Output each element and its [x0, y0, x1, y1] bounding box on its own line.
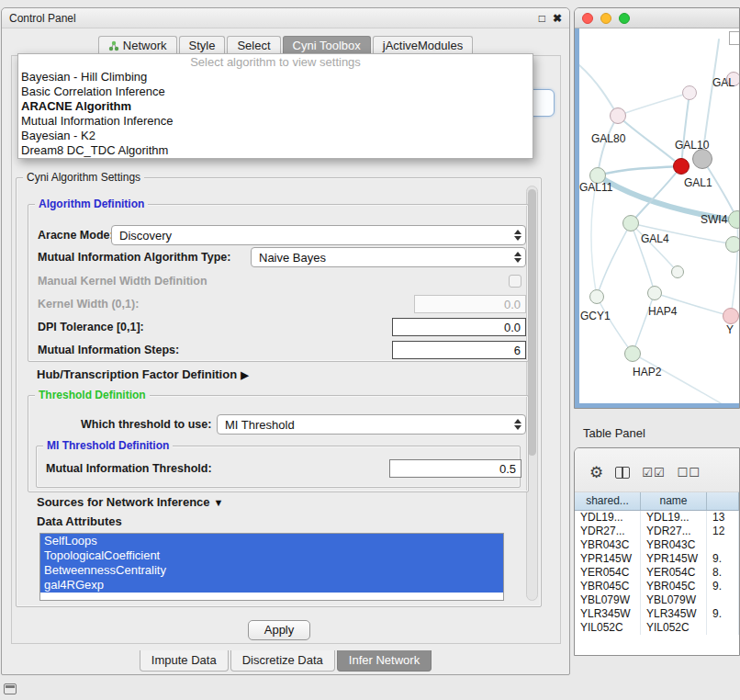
table-row[interactable]: YER054C YER054C 8. — [575, 566, 739, 580]
list-item[interactable]: TopologicalCoefficient — [40, 548, 503, 563]
columns-icon[interactable] — [615, 467, 630, 479]
tab-jactivemodules-label: jActiveModules — [383, 39, 463, 52]
table-row[interactable]: YBR045C YBR045C 9. — [575, 580, 739, 593]
network-node[interactable] — [725, 236, 739, 253]
column-header-extra[interactable] — [707, 492, 739, 510]
settings-scrollbar-thumb[interactable] — [528, 189, 536, 456]
column-header-shared-name[interactable]: shared... — [575, 492, 641, 510]
mi-type-select[interactable]: Naive Bayes — [251, 247, 526, 267]
dropdown-item-selected[interactable]: ARACNE Algorithm — [18, 99, 533, 114]
network-node[interactable] — [589, 289, 604, 304]
tab-network[interactable]: Network — [98, 36, 177, 55]
table-row[interactable]: YBL079W YBL079W — [575, 593, 739, 607]
sources-section-label: Sources for Network Inference — [37, 495, 210, 509]
minimize-traffic-light[interactable] — [600, 13, 611, 24]
tab-impute-data[interactable]: Impute Data — [140, 650, 229, 672]
cell: 9. — [707, 580, 739, 593]
hub-section-label: Hub/Transcription Factor Definition — [37, 367, 237, 381]
combo-arrows-icon — [514, 230, 521, 241]
node-label: HAP2 — [633, 366, 661, 378]
network-window-titlebar[interactable] — [575, 8, 739, 28]
tab-jactivemodules[interactable]: jActiveModules — [373, 36, 473, 55]
node-label: SWI4 — [701, 213, 727, 226]
which-threshold-label: Which threshold to use: — [81, 414, 211, 435]
tab-discretize-data[interactable]: Discretize Data — [230, 650, 335, 672]
table-row[interactable]: YBR043C YBR043C — [575, 538, 739, 552]
sources-section-toggle[interactable]: Sources for Network Inference▼ — [37, 492, 223, 513]
dpi-tolerance-input[interactable] — [392, 318, 526, 336]
tab-cyni-toolbox-label: Cyni Toolbox — [293, 39, 361, 52]
cell: YPR145W — [575, 552, 641, 566]
threshold-definition-title: Threshold Definition — [35, 389, 150, 401]
float-window-icon[interactable]: □ — [539, 12, 545, 25]
list-item[interactable]: gal4RGexp — [40, 578, 503, 593]
tab-network-label: Network — [123, 39, 167, 52]
algorithm-dropdown-popup: Select algorithm to view settings Bayesi… — [17, 53, 533, 159]
network-node-gray[interactable] — [692, 149, 712, 169]
which-threshold-select[interactable]: MI Threshold — [217, 414, 526, 435]
data-attributes-list[interactable]: SelfLoops TopologicalCoefficient Between… — [39, 533, 504, 601]
mi-threshold-input[interactable] — [389, 459, 521, 478]
algorithm-definition-title: Algorithm Definition — [35, 198, 148, 210]
aracne-mode-select[interactable]: Discovery — [111, 225, 526, 245]
network-node[interactable] — [622, 215, 639, 231]
mi-threshold-definition-title: MI Threshold Definition — [43, 439, 173, 452]
apply-button[interactable]: Apply — [248, 620, 310, 640]
expanded-arrow-icon: ▼ — [214, 497, 224, 508]
panel-dock-icon[interactable] — [4, 683, 17, 694]
table-row[interactable]: YDL19... YDL19... 13 — [575, 511, 739, 525]
mi-steps-label: Mutual Information Steps: — [38, 340, 179, 360]
deselect-all-icon[interactable]: ☐☐ — [678, 467, 701, 480]
table-row[interactable]: YIL052C YIL052C — [575, 621, 739, 635]
mi-threshold-label: Mutual Information Threshold: — [46, 458, 212, 479]
control-panel-titlebar[interactable]: Control Panel □ ✖ — [2, 8, 569, 28]
dropdown-item[interactable]: Dream8 DC_TDC Algorithm — [18, 143, 533, 158]
cell — [707, 621, 739, 635]
cell: YDR27... — [641, 525, 707, 538]
network-node-highlighted-red[interactable] — [673, 158, 690, 175]
column-header-name[interactable]: name — [641, 492, 707, 510]
cell: YBR045C — [575, 580, 641, 593]
node-label: GAL4 — [641, 232, 669, 245]
node-label: HAP4 — [648, 305, 677, 318]
network-node[interactable] — [682, 85, 697, 100]
hub-section-toggle[interactable]: Hub/Transcription Factor Definition▶ — [37, 365, 249, 385]
network-node[interactable] — [647, 286, 662, 300]
list-item[interactable]: BetweennessCentrality — [40, 563, 503, 578]
cell: YBL079W — [575, 593, 641, 607]
tab-cyni-toolbox[interactable]: Cyni Toolbox — [283, 36, 371, 55]
dropdown-item[interactable]: Basic Correlation Inference — [18, 85, 533, 99]
network-node[interactable] — [624, 345, 641, 362]
cell: YDL19... — [575, 511, 641, 525]
tab-infer-network[interactable]: Infer Network — [337, 650, 432, 672]
cell: YDL19... — [641, 511, 707, 525]
node-label: GAL80 — [591, 132, 625, 145]
node-label: GAL — [712, 76, 734, 89]
network-node[interactable] — [610, 107, 626, 124]
network-canvas[interactable]: GAL GAL80 GAL10 GAL11 GAL1 SWI4 GAL4 GCY… — [575, 28, 739, 408]
mi-steps-input[interactable] — [392, 341, 526, 359]
cell: 9. — [707, 552, 739, 566]
dropdown-item[interactable]: Mutual Information Inference — [18, 114, 533, 129]
canvas-corner-widget[interactable] — [729, 31, 739, 45]
list-item[interactable]: SelfLoops — [40, 534, 503, 548]
network-node[interactable] — [671, 265, 684, 278]
dropdown-item[interactable]: Bayesian - K2 — [18, 129, 533, 143]
bottom-tabs: Impute Data Discretize Data Infer Networ… — [2, 650, 569, 672]
manual-kernel-label: Manual Kernel Width Definition — [38, 271, 207, 291]
tab-style-label: Style — [189, 39, 216, 52]
combo-arrows-icon — [514, 419, 521, 430]
gear-icon[interactable]: ⚙ — [589, 465, 603, 480]
table-row[interactable]: YDR27... YDR27... 12 — [575, 525, 739, 538]
tab-select[interactable]: Select — [227, 36, 280, 55]
zoom-traffic-light[interactable] — [619, 13, 630, 24]
tab-style[interactable]: Style — [179, 36, 226, 55]
select-all-icon[interactable]: ☑☑ — [642, 467, 665, 480]
close-window-icon[interactable]: ✖ — [553, 12, 562, 25]
close-traffic-light[interactable] — [582, 13, 593, 24]
table-row[interactable]: YPR145W YPR145W 9. — [575, 552, 739, 566]
dropdown-item[interactable]: Bayesian - Hill Climbing — [18, 70, 533, 85]
table-row[interactable]: YLR345W YLR345W 9. — [575, 607, 739, 621]
network-node-pink[interactable] — [723, 308, 739, 324]
cell: YDR27... — [575, 525, 641, 538]
